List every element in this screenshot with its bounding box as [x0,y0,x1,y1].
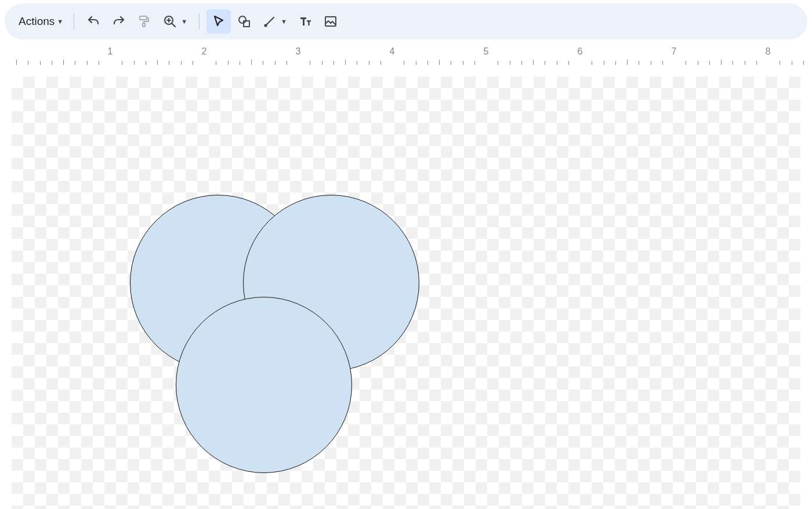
ruler-tick [733,61,733,65]
ruler-tick [52,61,52,65]
ruler-tick [463,61,463,65]
image-icon [324,14,338,28]
ruler-label: 8 [766,46,771,57]
ruler-tick [40,61,41,65]
ruler-tick [557,61,557,65]
ruler-tick [686,61,686,65]
redo-button[interactable] [107,9,131,34]
circle-shape[interactable] [176,297,352,473]
ruler-tick [157,60,158,65]
ruler-tick [662,61,663,65]
ruler-tick [380,61,381,65]
text-icon [298,14,312,28]
ruler-tick [533,60,534,65]
ruler-tick [240,61,240,65]
zoom-button[interactable] [158,9,182,34]
svg-line-9 [266,17,274,25]
ruler-tick [275,61,276,65]
ruler-label: 1 [108,46,113,57]
ruler-tick [122,61,122,65]
ruler-tick [568,61,569,65]
actions-menu[interactable]: Actions ▼ [15,13,67,30]
undo-icon [86,14,100,28]
zoom-dropdown-caret[interactable]: ▼ [181,18,187,25]
ruler-tick [521,61,522,65]
ruler-tick [416,61,416,65]
divider [74,13,74,30]
ruler-tick [87,61,88,65]
ruler-tick [451,61,451,65]
ruler-tick [592,61,592,65]
ruler-tick [756,61,757,65]
svg-point-6 [239,16,246,23]
ruler-label: 7 [672,46,677,57]
redo-icon [112,14,126,28]
shape-button[interactable] [232,9,256,34]
ruler-tick [439,60,440,65]
ruler-tick [498,61,498,65]
actions-label: Actions [19,15,55,28]
undo-button[interactable] [81,9,106,34]
caret-down-icon: ▼ [57,18,63,25]
horizontal-ruler: 12345678 [0,44,812,65]
svg-rect-1 [143,23,145,27]
ruler-label: 2 [202,46,207,57]
image-button[interactable] [318,9,343,34]
ruler-tick [228,61,229,65]
ruler-tick [75,61,75,65]
ruler-tick [651,61,651,65]
zoom-icon [163,14,177,28]
line-icon [263,14,277,28]
ruler-tick [627,60,628,65]
svg-rect-0 [140,16,147,20]
ruler-tick [216,61,216,65]
ruler-tick [698,61,698,65]
ruler-tick [169,61,169,65]
ruler-tick [604,61,604,65]
ruler-tick [745,61,745,65]
ruler-tick [99,61,99,65]
paint-roller-icon [137,14,151,28]
ruler-tick [287,61,287,65]
ruler-tick [345,60,346,65]
ruler-tick [334,61,334,65]
ruler-label: 4 [390,46,395,57]
line-dropdown-caret[interactable]: ▼ [281,18,287,25]
zoom-group: ▼ [158,9,192,34]
ruler-tick [545,61,545,65]
divider [199,13,200,30]
ruler-tick [134,61,135,65]
ruler-tick [251,60,252,65]
ruler-tick [474,61,475,65]
ruler-tick [615,61,616,65]
ruler-tick [193,61,193,65]
ruler-tick [181,61,182,65]
ruler-tick [427,61,428,65]
ruler-tick [146,61,146,65]
ruler-label: 6 [578,46,583,57]
ruler-tick [780,61,780,65]
canvas[interactable] [0,65,812,509]
text-box-button[interactable] [293,9,317,34]
line-group: ▼ [258,9,292,34]
cursor-icon [212,14,226,28]
ruler-tick [28,61,28,65]
svg-line-3 [172,23,175,27]
ruler-tick [357,61,357,65]
toolbar: Actions ▼ ▼ [5,3,807,39]
ruler-tick [721,60,722,65]
shapes-icon [237,14,251,28]
ruler-label: 3 [296,46,301,57]
ruler-tick [16,60,17,65]
ruler-tick [792,61,792,65]
ruler-tick [510,61,510,65]
ruler-tick [709,61,710,65]
ruler-label: 5 [484,46,489,57]
paint-format-button[interactable] [132,9,157,34]
ruler-tick [404,61,404,65]
line-button[interactable] [258,9,282,34]
ruler-tick [63,60,64,65]
ruler-tick [322,61,322,65]
select-button[interactable] [206,9,231,34]
ruler-tick [310,61,310,65]
